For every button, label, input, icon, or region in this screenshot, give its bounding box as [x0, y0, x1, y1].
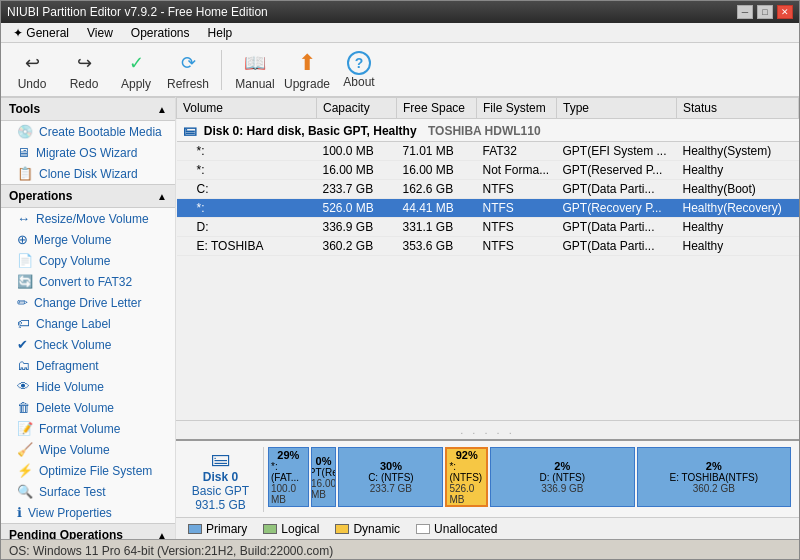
cell-free: 353.6 GB [397, 237, 477, 256]
cell-volume: E: TOSHIBA [177, 237, 317, 256]
partition-name: D: (NTFS) [540, 472, 586, 483]
operations-section-header: Operations ▲ [1, 184, 175, 208]
cell-volume: *: [177, 142, 317, 161]
partition-pct: 30% [380, 460, 402, 472]
menu-general[interactable]: ✦ General [5, 24, 77, 42]
disk-diagram-label: Disk 0 [203, 470, 238, 484]
table-row[interactable]: C: 233.7 GB 162.6 GB NTFS GPT(Data Parti… [177, 180, 799, 199]
redo-button[interactable]: ↪ Redo [61, 47, 107, 93]
sidebar-item-migrate-os[interactable]: 🖥 Migrate OS Wizard [1, 142, 175, 163]
sidebar-item-create-bootable[interactable]: 💿 Create Bootable Media [1, 121, 175, 142]
upgrade-button[interactable]: ⬆ Upgrade [284, 47, 330, 93]
disk-diagram-type: Basic GPT [192, 484, 249, 498]
table-row[interactable]: *: 100.0 MB 71.01 MB FAT32 GPT(EFI Syste… [177, 142, 799, 161]
table-row[interactable]: E: TOSHIBA 360.2 GB 353.6 GB NTFS GPT(Da… [177, 237, 799, 256]
cell-free: 44.41 MB [397, 199, 477, 218]
partition-table-container[interactable]: Volume Capacity Free Space File System T… [176, 97, 799, 421]
change-letter-icon: ✏ [17, 295, 28, 310]
sidebar-item-convert-fat32[interactable]: 🔄 Convert to FAT32 [1, 271, 175, 292]
table-row[interactable]: *: 526.0 MB 44.41 MB NTFS GPT(Recovery P… [177, 199, 799, 218]
partition-block[interactable]: 92% *: (NTFS) 526.0 MB [445, 447, 488, 507]
menu-view[interactable]: View [79, 24, 121, 42]
minimize-button[interactable]: ─ [737, 5, 753, 19]
refresh-button[interactable]: ⟳ Refresh [165, 47, 211, 93]
disk-label-col: 🖴 Disk 0 Basic GPT 931.5 GB [184, 447, 264, 512]
sidebar-item-clone-disk[interactable]: 📋 Clone Disk Wizard [1, 163, 175, 184]
cell-type: GPT(EFI System ... [557, 142, 677, 161]
sidebar-item-copy[interactable]: 📄 Copy Volume [1, 250, 175, 271]
close-button[interactable]: ✕ [777, 5, 793, 19]
partition-pct: 29% [277, 449, 299, 461]
create-bootable-icon: 💿 [17, 124, 33, 139]
cell-volume: C: [177, 180, 317, 199]
partition-pct: 2% [706, 460, 722, 472]
undo-button[interactable]: ↩ Undo [9, 47, 55, 93]
sidebar-item-change-letter[interactable]: ✏ Change Drive Letter [1, 292, 175, 313]
cell-fs: NTFS [477, 237, 557, 256]
sidebar-item-change-label[interactable]: 🏷 Change Label [1, 313, 175, 334]
cell-capacity: 360.2 GB [317, 237, 397, 256]
format-volume-icon: 📝 [17, 421, 33, 436]
diagram-legend: Primary Logical Dynamic Unallocated [176, 517, 799, 539]
tools-collapse-icon[interactable]: ▲ [157, 104, 167, 115]
disk-diagram-size: 931.5 GB [195, 498, 246, 512]
cell-type: GPT(Data Parti... [557, 180, 677, 199]
about-icon: ? [347, 51, 371, 75]
view-props-icon: ℹ [17, 505, 22, 520]
operations-collapse-icon[interactable]: ▲ [157, 191, 167, 202]
sidebar-item-view-props[interactable]: ℹ View Properties [1, 502, 175, 523]
partition-block[interactable]: 29% *: (FAT... 100.0 MB [268, 447, 309, 507]
cell-fs: NTFS [477, 218, 557, 237]
partition-block[interactable]: 30% C: (NTFS) 233.7 GB [338, 447, 443, 507]
optimize-fs-icon: ⚡ [17, 463, 33, 478]
sidebar-item-check-volume[interactable]: ✔ Check Volume [1, 334, 175, 355]
partition-table: Volume Capacity Free Space File System T… [176, 97, 799, 256]
sidebar-item-resize-move[interactable]: ↔ Resize/Move Volume [1, 208, 175, 229]
partition-block[interactable]: 2% E: TOSHIBA(NTFS) 360.2 GB [637, 447, 791, 507]
sidebar-item-merge[interactable]: ⊕ Merge Volume [1, 229, 175, 250]
sidebar-item-format-volume[interactable]: 📝 Format Volume [1, 418, 175, 439]
col-free: Free Space [397, 98, 477, 119]
sidebar-item-defrag[interactable]: 🗂 Defragment [1, 355, 175, 376]
legend-logical-box [263, 524, 277, 534]
manual-button[interactable]: 📖 Manual [232, 47, 278, 93]
cell-type: GPT(Data Parti... [557, 237, 677, 256]
col-status: Status [677, 98, 799, 119]
menu-help[interactable]: Help [200, 24, 241, 42]
sidebar-item-wipe-volume[interactable]: 🧹 Wipe Volume [1, 439, 175, 460]
col-fs: File System [477, 98, 557, 119]
legend-dynamic-box [335, 524, 349, 534]
table-row[interactable]: D: 336.9 GB 331.1 GB NTFS GPT(Data Parti… [177, 218, 799, 237]
wipe-volume-icon: 🧹 [17, 442, 33, 457]
cell-capacity: 526.0 MB [317, 199, 397, 218]
cell-fs: NTFS [477, 180, 557, 199]
upgrade-icon: ⬆ [293, 49, 321, 77]
cell-free: 71.01 MB [397, 142, 477, 161]
migrate-os-icon: 🖥 [17, 145, 30, 160]
copy-icon: 📄 [17, 253, 33, 268]
sidebar-item-optimize-fs[interactable]: ⚡ Optimize File System [1, 460, 175, 481]
sidebar-item-delete-volume[interactable]: 🗑 Delete Volume [1, 397, 175, 418]
partition-size: 336.9 GB [541, 483, 583, 494]
cell-capacity: 100.0 MB [317, 142, 397, 161]
dotted-separator: . . . . . [176, 421, 799, 439]
sidebar: Tools ▲ 💿 Create Bootable Media 🖥 Migrat… [1, 97, 176, 539]
about-button[interactable]: ? About [336, 49, 382, 91]
apply-button[interactable]: ✓ Apply [113, 47, 159, 93]
apply-icon: ✓ [122, 49, 150, 77]
titlebar-controls: ─ □ ✕ [737, 5, 793, 19]
menu-operations[interactable]: Operations [123, 24, 198, 42]
sidebar-item-surface-test[interactable]: 🔍 Surface Test [1, 481, 175, 502]
pending-collapse-icon[interactable]: ▲ [157, 530, 167, 540]
sidebar-item-hide-volume[interactable]: 👁 Hide Volume [1, 376, 175, 397]
statusbar: OS: Windows 11 Pro 64-bit (Version:21H2,… [1, 539, 799, 560]
partition-block[interactable]: 2% D: (NTFS) 336.9 GB [490, 447, 635, 507]
table-row[interactable]: *: 16.00 MB 16.00 MB Not Forma... GPT(Re… [177, 161, 799, 180]
hide-volume-icon: 👁 [17, 379, 30, 394]
partition-block[interactable]: 0% GPT(Re... 16.00 MB [311, 447, 337, 507]
partition-pct: 0% [316, 455, 332, 467]
cell-type: GPT(Data Parti... [557, 218, 677, 237]
maximize-button[interactable]: □ [757, 5, 773, 19]
refresh-icon: ⟳ [174, 49, 202, 77]
titlebar-title: NIUBI Partition Editor v7.9.2 - Free Hom… [7, 5, 268, 19]
